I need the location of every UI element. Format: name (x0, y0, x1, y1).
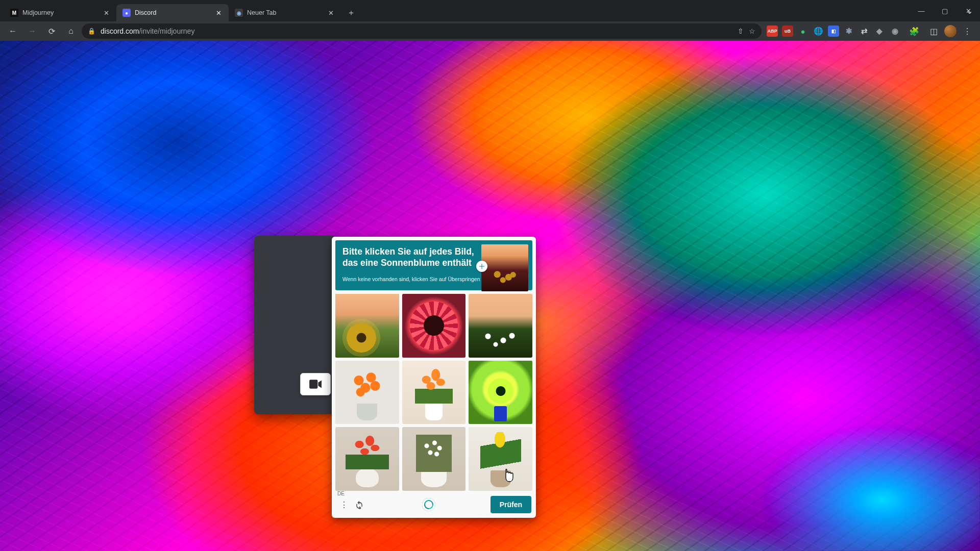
hcaptcha-logo-icon[interactable] (422, 498, 435, 511)
close-window-button[interactable]: ✕ (957, 2, 980, 19)
captcha-tile-image (469, 294, 532, 358)
lock-icon: 🔒 (88, 28, 95, 35)
minimize-button[interactable]: ― (910, 2, 933, 19)
captcha-tile-2[interactable] (402, 294, 466, 358)
captcha-tile-image (335, 427, 399, 491)
tab-title: Discord (135, 9, 156, 16)
url-text: discord.com/invite/midjourney (101, 27, 194, 35)
extensions-button[interactable]: 🧩 (905, 23, 923, 39)
camera-toggle-button[interactable] (300, 373, 331, 395)
back-button[interactable]: ← (4, 23, 21, 39)
side-panel-button[interactable]: ◫ (925, 23, 942, 39)
captcha-tile-8[interactable] (402, 427, 466, 491)
captcha-footer: DE ⋮ Prüfen (335, 494, 532, 514)
tab-title: Neuer Tab (247, 9, 276, 16)
translate-extension-icon[interactable]: ⇄ (859, 26, 870, 37)
captcha-reference-image[interactable] (481, 244, 528, 291)
hcaptcha-panel: Bitte klicken Sie auf jedes Bild, das ei… (332, 237, 536, 518)
captcha-tile-1[interactable] (335, 294, 399, 358)
captcha-tile-9[interactable] (469, 427, 532, 491)
flower-extension-icon[interactable]: ✱ (843, 26, 854, 37)
profile-avatar[interactable] (944, 25, 957, 37)
browser-tab[interactable]: ◉Neuer Tab✕ (229, 4, 341, 21)
browser-titlebar: MMidjourney✕●Discord✕◉Neuer Tab✕ ＋ ⌄ ― ▢… (0, 0, 980, 21)
captcha-verify-button[interactable]: Prüfen (491, 496, 531, 513)
abp-extension[interactable]: ABP (767, 26, 778, 37)
video-icon (309, 379, 322, 389)
browser-toolbar: ← → ⟳ ⌂ 🔒 discord.com/invite/midjourney … (0, 21, 980, 41)
tab-favicon: ● (122, 9, 131, 17)
captcha-tile-3[interactable] (469, 294, 532, 358)
reload-button[interactable]: ⟳ (43, 23, 60, 39)
wallet-extension-icon[interactable]: ◧ (828, 26, 839, 37)
chrome-menu-button[interactable]: ⋮ (959, 23, 976, 39)
tab-close-button[interactable]: ✕ (327, 9, 335, 17)
svg-rect-0 (309, 380, 317, 388)
captcha-tile-image (335, 294, 399, 358)
captcha-language[interactable]: DE (337, 491, 345, 496)
tab-title: Midjourney (22, 9, 54, 16)
captcha-tile-4[interactable] (335, 361, 399, 424)
tab-favicon: ◉ (235, 9, 243, 17)
tab-favicon: M (10, 9, 18, 17)
captcha-tile-7[interactable] (335, 427, 399, 491)
globe-extension-icon[interactable]: 🌐 (813, 26, 824, 37)
forward-button: → (23, 23, 41, 39)
captcha-tile-6[interactable] (469, 361, 532, 424)
share-icon[interactable]: ⇧ (738, 27, 744, 35)
tab-close-button[interactable]: ✕ (214, 9, 223, 17)
refresh-icon (355, 500, 364, 509)
bookmark-icon[interactable]: ☆ (749, 27, 755, 35)
captcha-tile-image (469, 361, 532, 424)
captcha-tile-image (402, 361, 466, 424)
ext-green-dot[interactable]: ● (797, 26, 808, 37)
captcha-tile-image (469, 427, 532, 491)
page-content: Bitte klicken Sie auf jedes Bild, das ei… (0, 41, 980, 551)
home-button[interactable]: ⌂ (62, 23, 80, 39)
ublock-extension[interactable]: uB (782, 26, 793, 37)
window-controls: ― ▢ ✕ (910, 0, 980, 21)
captcha-tile-image (335, 361, 399, 424)
captcha-menu-button[interactable]: ⋮ (336, 497, 352, 512)
new-tab-button[interactable]: ＋ (344, 6, 358, 20)
captcha-tile-image (402, 294, 466, 358)
shield-extension-icon[interactable]: ◆ (874, 26, 885, 37)
captcha-tile-image (402, 427, 466, 491)
address-bar[interactable]: 🔒 discord.com/invite/midjourney ⇧ ☆ (82, 23, 762, 39)
browser-tab[interactable]: ●Discord✕ (116, 4, 229, 21)
camera-extension-icon[interactable]: ◉ (889, 26, 900, 37)
captcha-tile-5[interactable] (402, 361, 466, 424)
captcha-grid (335, 294, 532, 491)
tab-close-button[interactable]: ✕ (102, 9, 110, 17)
captcha-header: Bitte klicken Sie auf jedes Bild, das ei… (335, 240, 532, 290)
zoom-reference-button[interactable] (476, 261, 487, 272)
maximize-button[interactable]: ▢ (933, 2, 957, 19)
captcha-refresh-button[interactable] (352, 497, 367, 512)
browser-tab[interactable]: MMidjourney✕ (4, 4, 116, 21)
